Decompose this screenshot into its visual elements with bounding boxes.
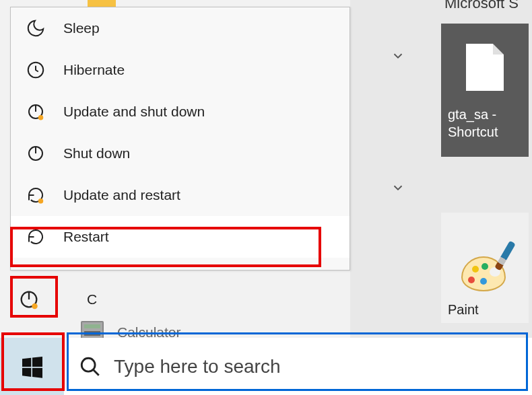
chevron-down-icon[interactable]: [391, 180, 405, 195]
update-shutdown-label: Update and shut down: [63, 104, 205, 120]
update-shutdown-menu-item[interactable]: Update and shut down: [11, 91, 350, 133]
restart-label: Restart: [63, 229, 109, 245]
partial-tile-label: Microsoft S: [444, 0, 519, 12]
power-options-menu: Sleep Hibernate Update and shut down: [10, 7, 350, 271]
power-button[interactable]: [0, 288, 57, 311]
search-icon: [79, 355, 102, 378]
power-update-icon: [26, 102, 46, 122]
hibernate-label: Hibernate: [63, 62, 125, 78]
restart-icon: [26, 227, 46, 247]
hibernate-menu-item[interactable]: Hibernate: [11, 49, 350, 91]
search-placeholder: Type here to search: [114, 356, 280, 378]
update-restart-label: Update and restart: [63, 187, 180, 203]
clock-icon: [26, 60, 46, 80]
gta-tile-label: gta_sa - Shortcut: [448, 106, 498, 141]
svg-point-6: [32, 303, 38, 310]
restart-menu-item[interactable]: Restart: [11, 216, 350, 258]
svg-point-2: [38, 115, 44, 120]
apps-letter-header[interactable]: C: [87, 291, 97, 308]
search-bar[interactable]: Type here to search: [64, 338, 532, 395]
shutdown-label: Shut down: [63, 145, 130, 161]
chevron-down-icon[interactable]: [391, 48, 405, 63]
moon-icon: [26, 18, 46, 38]
restart-update-icon: [26, 185, 46, 205]
svg-point-4: [38, 199, 44, 204]
start-button[interactable]: [0, 338, 64, 395]
update-restart-menu-item[interactable]: Update and restart: [11, 174, 350, 216]
sleep-label: Sleep: [63, 20, 100, 36]
shutdown-menu-item[interactable]: Shut down: [11, 133, 350, 174]
start-apps-area: C Calculator: [0, 276, 532, 346]
power-icon: [26, 143, 46, 164]
sleep-menu-item[interactable]: Sleep: [11, 7, 350, 49]
taskbar: Type here to search: [0, 338, 532, 395]
file-icon: [466, 44, 504, 91]
windows-logo-icon: [19, 353, 46, 380]
gta-shortcut-tile[interactable]: gta_sa - Shortcut: [441, 24, 529, 157]
svg-point-7: [81, 358, 95, 371]
